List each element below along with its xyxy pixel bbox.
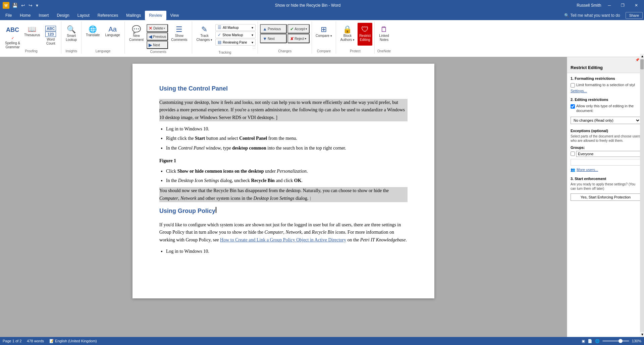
- reject-button[interactable]: ✘ Reject ▾: [287, 34, 310, 43]
- editing-section-title: 2. Editing restrictions: [571, 98, 641, 102]
- customize-button[interactable]: ▾: [35, 2, 39, 9]
- cursor-bar: [216, 207, 216, 213]
- save-button[interactable]: 💾: [11, 2, 18, 9]
- wordcount-label: WordCount: [46, 38, 55, 46]
- search-label[interactable]: Tell me what you want to do: [571, 13, 620, 18]
- menu-file[interactable]: File: [1, 11, 16, 20]
- prev-change-label: Previous: [268, 27, 281, 31]
- spelling-grammar-button[interactable]: ABC ✓ Spelling &Grammar: [3, 23, 22, 46]
- page-count: Page 1 of 2: [3, 339, 21, 343]
- proofing-content: ABC ✓ Spelling &Grammar 📖 Thesaurus ABC …: [3, 21, 59, 48]
- comments-group-label: Comments: [127, 49, 190, 54]
- panel-scrollbar[interactable]: ▲ ▼: [640, 57, 644, 337]
- allmarkup-label: All Markup: [223, 26, 250, 30]
- more-users-link[interactable]: 👥 More users...: [571, 168, 641, 172]
- figure-label: Figure 1: [159, 157, 408, 165]
- previous-change-button[interactable]: ▲ Previous: [260, 24, 287, 34]
- editing-checkbox[interactable]: [571, 104, 575, 109]
- view-web-icon[interactable]: 🌐: [595, 339, 600, 343]
- accept-button[interactable]: ✔ Accept ▾: [287, 24, 310, 34]
- zoom-thumb[interactable]: [619, 339, 623, 343]
- prev-change-icon: ▲: [263, 26, 267, 32]
- enforcement-title-text: Start enforcement: [575, 177, 606, 181]
- everyone-row: [571, 151, 641, 157]
- blockauthors-button[interactable]: 🔒 BlockAuthors ▾: [338, 23, 357, 46]
- heading-group-policy: Using Group Policy: [159, 206, 408, 216]
- formatting-section: 1. Formatting restrictions Limit formatt…: [571, 76, 641, 93]
- showcomments-button[interactable]: ☰ ShowComments: [169, 23, 190, 46]
- view-read-icon[interactable]: 📄: [588, 339, 592, 343]
- compare-button[interactable]: ⊞ Compare ▾: [314, 23, 334, 46]
- next-change-icon: ▼: [263, 36, 267, 41]
- translate-label: Translate: [86, 33, 100, 37]
- minimize-button[interactable]: ─: [604, 2, 614, 9]
- allmarkup-dropdown[interactable]: ☰ All Markup ▾: [215, 24, 256, 31]
- linkednotes-icon: 🗒: [380, 26, 388, 33]
- showmarkup-icon: ✓: [218, 33, 221, 37]
- newcomment-button[interactable]: 💬 NewComment: [127, 23, 146, 46]
- ribbon-group-comments: 💬 NewComment ✕ Delete ▾ ◀ Previous ▶ Nex…: [125, 21, 192, 54]
- status-bar: Page 1 of 2 478 words 📝 English (United …: [0, 337, 644, 345]
- view-normal-icon[interactable]: ▣: [582, 339, 585, 343]
- comment-small-buttons: ✕ Delete ▾ ◀ Previous ▶ Next: [147, 23, 168, 49]
- title-bar-title: Show or hide the Recycle Bin - Word: [39, 3, 577, 8]
- panel-scroll-thumb[interactable]: [640, 59, 644, 69]
- menu-bar: File Home Insert Design Layout Reference…: [0, 11, 644, 20]
- formatting-checkbox[interactable]: [571, 83, 575, 88]
- everyone-input[interactable]: [576, 151, 641, 157]
- restrictediting-button[interactable]: 🛡 RestrictEditing: [358, 23, 372, 46]
- thesaurus-button[interactable]: 📖 Thesaurus: [22, 23, 42, 46]
- onenote-content: 🗒 LinkedNotes: [377, 21, 391, 48]
- everyone-checkbox[interactable]: [571, 152, 575, 156]
- language-button[interactable]: Aa Language: [103, 23, 122, 46]
- list-item: Log in to Windows 10.: [166, 125, 408, 133]
- next-comment-button[interactable]: ▶ Next: [147, 41, 168, 49]
- menu-design[interactable]: Design: [53, 11, 73, 20]
- showmarkup-dropdown[interactable]: ✓ Show Markup ▾: [215, 32, 256, 38]
- doc-area[interactable]: Using the Control Panel Customizing your…: [0, 57, 567, 337]
- group-policy-link[interactable]: How to Create and Link a Group Policy Ob…: [220, 237, 346, 242]
- menu-review[interactable]: Review: [145, 11, 166, 20]
- menu-view[interactable]: View: [166, 11, 183, 20]
- proofing-icon: 📝: [49, 339, 54, 343]
- wordcount-button[interactable]: ABC 123 WordCount: [42, 23, 59, 46]
- restore-button[interactable]: ❐: [618, 2, 628, 9]
- zoom-slider[interactable]: [602, 340, 629, 342]
- settings-link[interactable]: Settings...: [571, 89, 641, 93]
- previous-comment-button[interactable]: ◀ Previous: [147, 33, 168, 41]
- translate-icon: 🌐: [89, 26, 97, 33]
- smartlookup-icon: 🔍: [67, 26, 76, 33]
- formatting-title: Formatting restrictions: [575, 76, 615, 80]
- formatting-section-title: 1. Formatting restrictions: [571, 76, 641, 80]
- prevnext-buttons: ▲ Previous ▼ Next: [260, 23, 287, 43]
- formatting-checkbox-label: Limit formatting to a selection of styl: [576, 82, 635, 87]
- blockauthors-label: BlockAuthors ▾: [340, 34, 355, 42]
- menu-references[interactable]: References: [94, 11, 122, 20]
- linkednotes-button[interactable]: 🗒 LinkedNotes: [377, 23, 391, 46]
- panel-scroll-down[interactable]: ▼: [640, 332, 644, 337]
- translate-button[interactable]: 🌐 Translate: [84, 23, 102, 46]
- menu-layout[interactable]: Layout: [73, 11, 94, 20]
- menu-home[interactable]: Home: [16, 11, 35, 20]
- linkednotes-label: LinkedNotes: [379, 34, 389, 42]
- next-change-button[interactable]: ▼ Next: [260, 34, 287, 43]
- editing-section: 2. Editing restrictions Allow only this …: [571, 98, 641, 124]
- language-label: Language: [105, 33, 120, 37]
- menu-mailings[interactable]: Mailings: [122, 11, 145, 20]
- start-enforcing-button[interactable]: Yes, Start Enforcing Protection: [571, 193, 641, 201]
- reviewpane-dropdown[interactable]: ▤ Reviewing Pane ▾: [215, 39, 256, 46]
- trackchanges-button[interactable]: ✎ TrackChanges ▾: [194, 23, 215, 46]
- editing-type-dropdown[interactable]: No changes (Read only) Tracked changes C…: [571, 117, 641, 124]
- share-button[interactable]: Share: [626, 12, 643, 19]
- italic-desktop-icon: Desktop Icon Settings: [178, 178, 219, 183]
- undo-button[interactable]: ↩: [20, 2, 26, 9]
- smartlookup-button[interactable]: 🔍 SmartLookup: [63, 23, 79, 46]
- ribbon-group-proofing: ABC ✓ Spelling &Grammar 📖 Thesaurus ABC …: [1, 21, 61, 54]
- showmarkup-arrow: ▾: [252, 33, 253, 37]
- close-button[interactable]: ✕: [631, 2, 641, 9]
- panel-pin-button[interactable]: 📌: [635, 58, 639, 62]
- menu-search: 🔍 Tell me what you want to do: [564, 13, 620, 18]
- delete-button[interactable]: ✕ Delete ▾: [147, 24, 168, 32]
- menu-insert[interactable]: Insert: [35, 11, 53, 20]
- redo-button[interactable]: ↪: [28, 2, 33, 9]
